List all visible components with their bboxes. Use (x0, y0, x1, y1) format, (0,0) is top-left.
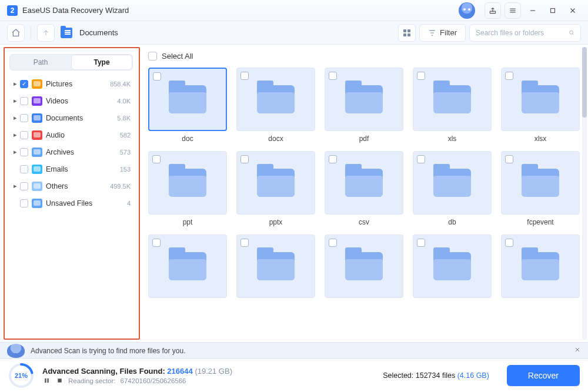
menu-button[interactable] (505, 2, 521, 19)
folder-icon (257, 169, 295, 197)
folder-tile-box[interactable] (236, 151, 315, 215)
grid-view-button[interactable] (398, 24, 416, 42)
tile-label: xlsx (534, 135, 547, 143)
folder-tile-box[interactable] (413, 234, 492, 298)
maximize-button[interactable] (544, 2, 561, 19)
folder-tile-box[interactable] (148, 151, 227, 215)
sidebar-item-archives[interactable]: ▸ Archives 573 (9, 143, 133, 160)
tile-checkbox[interactable] (152, 155, 161, 163)
documents-folder-icon (61, 28, 72, 38)
stop-button[interactable] (55, 377, 64, 385)
caret-icon[interactable]: ▸ (12, 182, 19, 190)
share-button[interactable] (485, 2, 501, 19)
folder-tile-box[interactable] (501, 234, 580, 298)
tile-checkbox[interactable] (153, 72, 161, 81)
folder-tile-box[interactable] (325, 68, 403, 131)
tile-checkbox[interactable] (329, 72, 337, 80)
folder-tile-db[interactable]: db (413, 151, 492, 226)
folder-tile-xls[interactable]: xls (413, 68, 492, 143)
tile-checkbox[interactable] (152, 239, 161, 247)
sector-value: 67420160/250626566 (121, 377, 186, 384)
sidebar-item-emails[interactable]: ▸ Emails 153 (9, 160, 133, 177)
tile-checkbox[interactable] (505, 72, 513, 80)
sidebar-item-videos[interactable]: ▸ Videos 4.0K (9, 92, 133, 109)
sidebar-item-others[interactable]: ▸ Others 499.5K (9, 177, 133, 195)
folder-tile-box[interactable] (501, 151, 580, 215)
folder-tile-box[interactable] (325, 151, 403, 215)
checkbox[interactable] (20, 131, 28, 139)
tile-checkbox[interactable] (417, 155, 425, 163)
checkbox[interactable] (20, 148, 28, 156)
folder-tile-box[interactable] (501, 68, 580, 131)
folder-tile-csv[interactable]: csv (325, 151, 403, 226)
sidebar-item-pictures[interactable]: ▸ Pictures 858.4K (9, 75, 133, 92)
breadcrumb: Documents (79, 28, 118, 37)
caret-icon[interactable]: ▸ (12, 97, 19, 105)
tile-checkbox[interactable] (505, 155, 513, 163)
filter-button[interactable]: Filter (419, 24, 466, 42)
checkbox[interactable] (20, 182, 28, 190)
grid-icon (403, 29, 410, 36)
checkbox[interactable] (20, 80, 28, 88)
status-bar: Advanced Scan is trying to find more fil… (0, 342, 588, 359)
search-box[interactable] (469, 24, 581, 42)
checkbox[interactable] (20, 165, 28, 173)
folder-tile-box[interactable] (325, 234, 403, 298)
folder-tile-box[interactable] (236, 234, 315, 298)
tile-checkbox[interactable] (240, 72, 249, 80)
folder-tile-row3-10[interactable] (148, 234, 227, 301)
tab-path[interactable]: Path (10, 55, 71, 70)
folder-tile-pdf[interactable]: pdf (325, 68, 403, 143)
folder-icon (522, 252, 559, 280)
tile-checkbox[interactable] (329, 239, 337, 247)
up-button[interactable] (37, 24, 55, 42)
folder-tile-ppt[interactable]: ppt (148, 151, 227, 226)
folder-tile-row3-11[interactable] (236, 234, 315, 301)
folder-tile-row3-13[interactable] (413, 234, 492, 301)
folder-tile-box[interactable] (148, 234, 227, 298)
folder-tile-box[interactable] (148, 68, 227, 131)
tile-checkbox[interactable] (417, 72, 425, 80)
folder-tile-xlsx[interactable]: xlsx (501, 68, 580, 143)
sidebar-item-audio[interactable]: ▸ Audio 582 (9, 126, 133, 143)
folder-tile-docx[interactable]: docx (236, 68, 315, 143)
tile-checkbox[interactable] (505, 239, 513, 247)
checkbox[interactable] (20, 97, 28, 105)
checkbox[interactable] (20, 114, 28, 122)
scrollbar[interactable] (582, 47, 587, 340)
home-button[interactable] (7, 24, 25, 42)
tab-type[interactable]: Type (71, 55, 132, 70)
folder-icon (169, 85, 206, 113)
status-close-button[interactable] (574, 346, 581, 355)
caret-icon[interactable]: ▸ (12, 131, 19, 139)
tile-checkbox[interactable] (329, 155, 337, 163)
folder-tile-box[interactable] (236, 68, 315, 131)
caret-icon[interactable]: ▸ (12, 148, 19, 156)
folder-tile-fcpevent[interactable]: fcpevent (501, 151, 580, 226)
scrollbar-thumb[interactable] (582, 47, 587, 118)
folder-tile-row3-12[interactable] (325, 234, 403, 301)
folder-tile-box[interactable] (413, 151, 492, 215)
sidebar-item-unsaved-files[interactable]: ▸ Unsaved Files 4 (9, 195, 133, 212)
folder-tile-pptx[interactable]: pptx (236, 151, 315, 226)
caret-icon[interactable]: ▸ (12, 114, 19, 122)
pause-button[interactable] (42, 377, 51, 385)
tile-checkbox[interactable] (240, 239, 249, 247)
mascot-icon[interactable] (459, 2, 475, 19)
toolbar: Documents Filter (0, 21, 588, 45)
close-button[interactable] (564, 2, 581, 19)
caret-icon[interactable]: ▸ (12, 80, 19, 88)
sidebar-item-documents[interactable]: ▸ Documents 5.8K (9, 109, 133, 126)
checkbox[interactable] (20, 199, 28, 207)
tile-checkbox[interactable] (417, 239, 425, 247)
folder-tile-box[interactable] (413, 68, 492, 131)
folder-tile-doc[interactable]: doc (148, 68, 227, 143)
sidebar-item-label: Videos (46, 97, 117, 105)
select-all-row[interactable]: Select All (143, 45, 588, 65)
select-all-checkbox[interactable] (148, 52, 157, 61)
minimize-button[interactable] (524, 2, 541, 19)
recover-button[interactable]: Recover (507, 365, 580, 386)
folder-tile-row3-14[interactable] (501, 234, 580, 301)
search-input[interactable] (476, 29, 564, 37)
tile-checkbox[interactable] (240, 155, 249, 163)
